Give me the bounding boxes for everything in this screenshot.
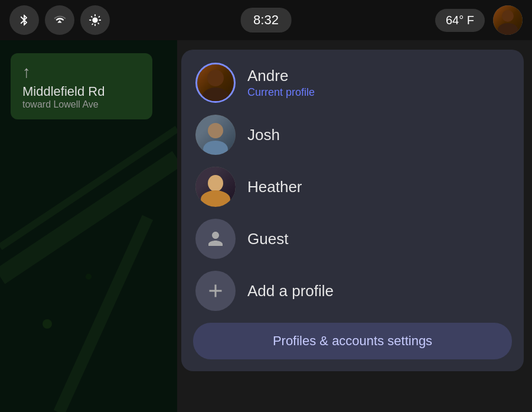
- josh-name: Josh: [247, 126, 280, 144]
- navigation-card: ↑ Middlefield Rd toward Lowell Ave: [11, 53, 152, 119]
- nav-direction-arrow: ↑: [22, 63, 141, 82]
- time-display: 8:32: [240, 8, 292, 33]
- profile-item-add[interactable]: Add a profile: [181, 265, 524, 317]
- josh-avatar: [195, 115, 236, 155]
- andre-name: Andre: [247, 67, 315, 85]
- andre-profile-info: Andre Current profile: [247, 67, 315, 99]
- current-profile-avatar-small[interactable]: [493, 5, 523, 35]
- heather-avatar: [195, 167, 236, 207]
- temperature-display: 64° F: [435, 9, 485, 32]
- nav-street-name: Middlefield Rd: [22, 84, 141, 99]
- guest-name: Guest: [247, 230, 288, 248]
- profile-item-guest[interactable]: Guest: [181, 213, 524, 265]
- andre-subtitle: Current profile: [247, 86, 315, 99]
- plus-icon: [205, 280, 226, 301]
- josh-profile-info: Josh: [247, 126, 280, 144]
- signal-icon: [53, 14, 66, 27]
- status-bar-right: 64° F: [435, 5, 523, 35]
- bluetooth-button[interactable]: [9, 5, 39, 35]
- profiles-settings-button[interactable]: Profiles & accounts settings: [193, 323, 512, 359]
- nav-toward-text: toward Lowell Ave: [22, 99, 141, 110]
- signal-button[interactable]: [45, 5, 74, 35]
- guest-avatar: [195, 219, 236, 259]
- heather-name: Heather: [247, 178, 302, 196]
- heather-avatar-image: [195, 167, 236, 207]
- settings-button-label: Profiles & accounts settings: [273, 333, 432, 348]
- profile-panel: Andre Current profile Josh Heather Guest: [181, 50, 524, 371]
- josh-avatar-image: [195, 115, 236, 155]
- andre-avatar: [195, 63, 236, 103]
- time-center: 8:32: [240, 8, 292, 33]
- person-icon: [205, 228, 226, 249]
- brightness-button[interactable]: [80, 5, 110, 35]
- bluetooth-icon: [18, 14, 31, 27]
- andre-avatar-small: [493, 5, 523, 35]
- add-profile-avatar: [195, 271, 236, 311]
- profile-item-heather[interactable]: Heather: [181, 161, 524, 213]
- add-profile-info: Add a profile: [247, 282, 334, 300]
- brightness-icon: [89, 14, 102, 27]
- status-bar-left: [9, 5, 110, 35]
- guest-profile-info: Guest: [247, 230, 288, 248]
- add-profile-name: Add a profile: [247, 282, 334, 300]
- status-bar: 8:32 64° F: [0, 0, 532, 40]
- profile-item-josh[interactable]: Josh: [181, 109, 524, 161]
- andre-avatar-image: [197, 63, 234, 103]
- profile-item-andre[interactable]: Andre Current profile: [181, 57, 524, 109]
- heather-profile-info: Heather: [247, 178, 302, 196]
